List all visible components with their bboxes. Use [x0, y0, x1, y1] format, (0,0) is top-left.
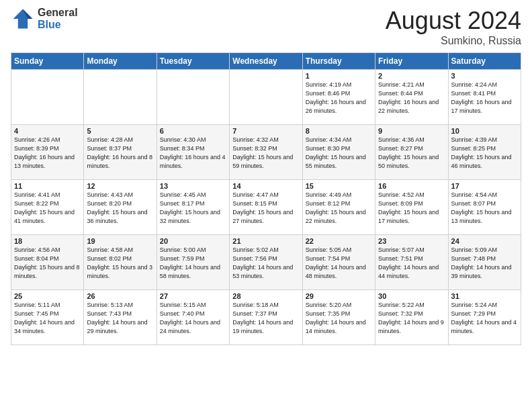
day-cell-24: 24Sunrise: 5:09 AM Sunset: 7:48 PM Dayli…: [448, 235, 521, 290]
day-content: Sunrise: 5:11 AM Sunset: 7:45 PM Dayligh…: [14, 301, 81, 336]
day-content: Sunrise: 5:13 AM Sunset: 7:43 PM Dayligh…: [87, 301, 153, 336]
day-content: Sunrise: 4:21 AM Sunset: 8:44 PM Dayligh…: [378, 81, 445, 116]
col-thursday: Thursday: [302, 53, 375, 70]
day-cell-18: 18Sunrise: 4:56 AM Sunset: 8:04 PM Dayli…: [11, 235, 84, 290]
day-content: Sunrise: 4:43 AM Sunset: 8:20 PM Dayligh…: [87, 191, 153, 226]
day-number: 11: [14, 182, 81, 190]
day-cell-empty: [230, 70, 302, 125]
day-content: Sunrise: 5:20 AM Sunset: 7:35 PM Dayligh…: [306, 301, 372, 336]
header: General Blue August 2024 Sumkino, Russia: [11, 7, 521, 47]
day-content: Sunrise: 4:19 AM Sunset: 8:46 PM Dayligh…: [306, 81, 372, 116]
day-content: Sunrise: 4:24 AM Sunset: 8:41 PM Dayligh…: [451, 81, 518, 116]
day-number: 25: [14, 292, 81, 300]
day-content: Sunrise: 4:28 AM Sunset: 8:37 PM Dayligh…: [87, 136, 153, 171]
day-cell-11: 11Sunrise: 4:41 AM Sunset: 8:22 PM Dayli…: [11, 180, 84, 235]
day-number: 23: [378, 237, 445, 245]
day-cell-empty: [11, 70, 84, 125]
week-row-1: 1Sunrise: 4:19 AM Sunset: 8:46 PM Daylig…: [11, 70, 521, 125]
day-number: 28: [232, 292, 299, 300]
day-cell-21: 21Sunrise: 5:02 AM Sunset: 7:56 PM Dayli…: [230, 235, 302, 290]
day-content: Sunrise: 4:56 AM Sunset: 8:04 PM Dayligh…: [14, 246, 81, 281]
week-row-3: 11Sunrise: 4:41 AM Sunset: 8:22 PM Dayli…: [11, 180, 521, 235]
col-sunday: Sunday: [11, 53, 84, 70]
day-cell-6: 6Sunrise: 4:30 AM Sunset: 8:34 PM Daylig…: [157, 125, 229, 180]
day-number: 1: [306, 72, 372, 80]
day-cell-9: 9Sunrise: 4:36 AM Sunset: 8:27 PM Daylig…: [375, 125, 448, 180]
day-content: Sunrise: 5:02 AM Sunset: 7:56 PM Dayligh…: [232, 246, 299, 281]
col-saturday: Saturday: [448, 53, 521, 70]
day-cell-27: 27Sunrise: 5:15 AM Sunset: 7:40 PM Dayli…: [157, 290, 229, 345]
day-cell-14: 14Sunrise: 4:47 AM Sunset: 8:15 PM Dayli…: [230, 180, 302, 235]
day-cell-empty: [157, 70, 229, 125]
day-number: 29: [306, 292, 372, 300]
day-cell-empty: [84, 70, 157, 125]
day-cell-26: 26Sunrise: 5:13 AM Sunset: 7:43 PM Dayli…: [84, 290, 157, 345]
logo-icon: [11, 7, 35, 31]
day-content: Sunrise: 5:22 AM Sunset: 7:32 PM Dayligh…: [378, 301, 445, 336]
day-number: 4: [14, 127, 81, 135]
day-cell-10: 10Sunrise: 4:39 AM Sunset: 8:25 PM Dayli…: [448, 125, 521, 180]
day-cell-22: 22Sunrise: 5:05 AM Sunset: 7:54 PM Dayli…: [302, 235, 375, 290]
title-location: Sumkino, Russia: [386, 35, 521, 47]
day-cell-5: 5Sunrise: 4:28 AM Sunset: 8:37 PM Daylig…: [84, 125, 157, 180]
day-content: Sunrise: 4:36 AM Sunset: 8:27 PM Dayligh…: [378, 136, 445, 171]
day-cell-28: 28Sunrise: 5:18 AM Sunset: 7:37 PM Dayli…: [230, 290, 302, 345]
day-cell-23: 23Sunrise: 5:07 AM Sunset: 7:51 PM Dayli…: [375, 235, 448, 290]
day-cell-25: 25Sunrise: 5:11 AM Sunset: 7:45 PM Dayli…: [11, 290, 84, 345]
day-number: 2: [378, 72, 445, 80]
day-cell-19: 19Sunrise: 4:58 AM Sunset: 8:02 PM Dayli…: [84, 235, 157, 290]
col-friday: Friday: [375, 53, 448, 70]
day-cell-29: 29Sunrise: 5:20 AM Sunset: 7:35 PM Dayli…: [302, 290, 375, 345]
day-number: 7: [232, 127, 299, 135]
day-number: 18: [14, 237, 81, 245]
day-cell-13: 13Sunrise: 4:45 AM Sunset: 8:17 PM Dayli…: [157, 180, 229, 235]
day-number: 13: [160, 182, 226, 190]
day-content: Sunrise: 4:26 AM Sunset: 8:39 PM Dayligh…: [14, 136, 81, 171]
week-row-2: 4Sunrise: 4:26 AM Sunset: 8:39 PM Daylig…: [11, 125, 521, 180]
page: General Blue August 2024 Sumkino, Russia…: [0, 0, 532, 411]
day-cell-8: 8Sunrise: 4:34 AM Sunset: 8:30 PM Daylig…: [302, 125, 375, 180]
logo-blue-text: Blue: [38, 19, 78, 31]
day-cell-17: 17Sunrise: 4:54 AM Sunset: 8:07 PM Dayli…: [448, 180, 521, 235]
day-cell-2: 2Sunrise: 4:21 AM Sunset: 8:44 PM Daylig…: [375, 70, 448, 125]
day-content: Sunrise: 4:52 AM Sunset: 8:09 PM Dayligh…: [378, 191, 445, 226]
day-content: Sunrise: 4:47 AM Sunset: 8:15 PM Dayligh…: [232, 191, 299, 226]
day-cell-12: 12Sunrise: 4:43 AM Sunset: 8:20 PM Dayli…: [84, 180, 157, 235]
day-number: 17: [451, 182, 518, 190]
day-number: 10: [451, 127, 518, 135]
day-cell-1: 1Sunrise: 4:19 AM Sunset: 8:46 PM Daylig…: [302, 70, 375, 125]
day-cell-3: 3Sunrise: 4:24 AM Sunset: 8:41 PM Daylig…: [448, 70, 521, 125]
day-content: Sunrise: 5:24 AM Sunset: 7:29 PM Dayligh…: [451, 301, 518, 336]
day-number: 30: [378, 292, 445, 300]
day-cell-15: 15Sunrise: 4:49 AM Sunset: 8:12 PM Dayli…: [302, 180, 375, 235]
day-cell-30: 30Sunrise: 5:22 AM Sunset: 7:32 PM Dayli…: [375, 290, 448, 345]
day-content: Sunrise: 4:49 AM Sunset: 8:12 PM Dayligh…: [306, 191, 372, 226]
col-wednesday: Wednesday: [230, 53, 302, 70]
day-content: Sunrise: 4:45 AM Sunset: 8:17 PM Dayligh…: [160, 191, 226, 226]
day-number: 5: [87, 127, 153, 135]
day-cell-4: 4Sunrise: 4:26 AM Sunset: 8:39 PM Daylig…: [11, 125, 84, 180]
day-content: Sunrise: 4:58 AM Sunset: 8:02 PM Dayligh…: [87, 246, 153, 281]
calendar-table: Sunday Monday Tuesday Wednesday Thursday…: [11, 52, 521, 345]
col-tuesday: Tuesday: [157, 53, 229, 70]
day-number: 14: [232, 182, 299, 190]
day-number: 19: [87, 237, 153, 245]
day-number: 26: [87, 292, 153, 300]
day-number: 6: [160, 127, 226, 135]
day-content: Sunrise: 5:00 AM Sunset: 7:59 PM Dayligh…: [160, 246, 226, 281]
day-content: Sunrise: 4:41 AM Sunset: 8:22 PM Dayligh…: [14, 191, 81, 226]
day-number: 22: [306, 237, 372, 245]
title-block: August 2024 Sumkino, Russia: [386, 7, 521, 47]
col-monday: Monday: [84, 53, 157, 70]
title-month: August 2024: [386, 7, 521, 35]
day-number: 9: [378, 127, 445, 135]
day-number: 21: [232, 237, 299, 245]
day-content: Sunrise: 5:15 AM Sunset: 7:40 PM Dayligh…: [160, 301, 226, 336]
day-content: Sunrise: 4:39 AM Sunset: 8:25 PM Dayligh…: [451, 136, 518, 171]
day-number: 31: [451, 292, 518, 300]
logo-general-text: General: [38, 7, 78, 19]
day-number: 15: [306, 182, 372, 190]
day-content: Sunrise: 4:32 AM Sunset: 8:32 PM Dayligh…: [232, 136, 299, 171]
day-content: Sunrise: 5:18 AM Sunset: 7:37 PM Dayligh…: [232, 301, 299, 336]
day-number: 8: [306, 127, 372, 135]
